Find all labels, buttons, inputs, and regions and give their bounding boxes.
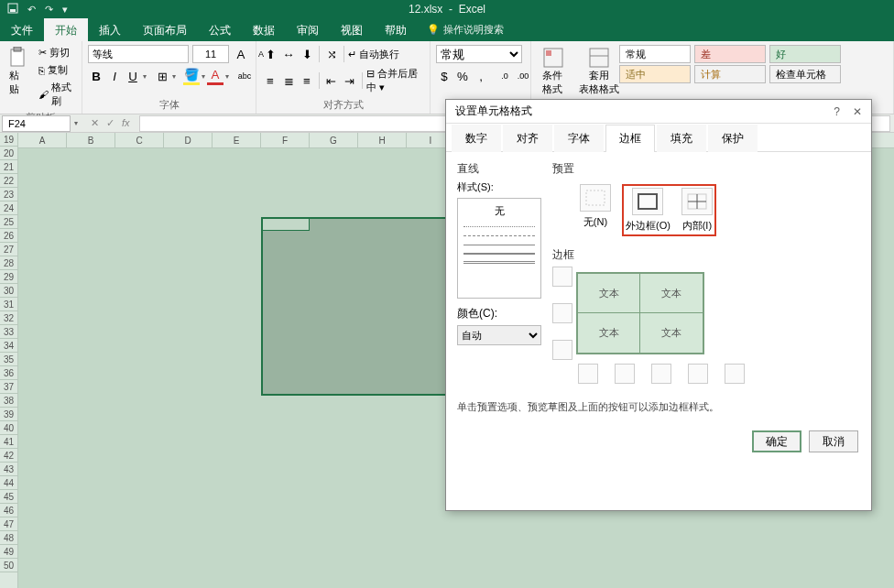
border-vmiddle-button[interactable] (651, 364, 671, 384)
close-icon[interactable]: ✕ (853, 105, 862, 118)
style-normal[interactable]: 常规 (619, 45, 691, 63)
border-top-button[interactable] (552, 267, 572, 287)
row-header[interactable]: 28 (0, 256, 17, 270)
undo-icon[interactable]: ↶ (27, 4, 36, 16)
row-header[interactable]: 27 (0, 243, 17, 256)
row-header[interactable]: 20 (0, 147, 17, 160)
ok-button[interactable]: 确定 (752, 430, 801, 452)
underline-button[interactable]: U (125, 67, 141, 85)
row-header[interactable]: 48 (0, 531, 17, 545)
help-icon[interactable]: ? (834, 105, 840, 118)
column-header[interactable]: A (18, 133, 67, 147)
row-header[interactable]: 41 (0, 435, 17, 449)
align-top-icon[interactable]: ⬆ (262, 45, 278, 63)
row-header[interactable]: 34 (0, 339, 17, 353)
dialog-tab-number[interactable]: 数字 (452, 125, 501, 152)
decrease-indent-icon[interactable]: ⇤ (323, 71, 340, 90)
merge-center-button[interactable]: ⊟ 合并后居中 ▾ (366, 67, 424, 94)
number-format-select[interactable]: 常规 (436, 45, 522, 63)
copy-button[interactable]: ⎘复制 (37, 62, 76, 78)
tab-view[interactable]: 视图 (330, 18, 374, 41)
tab-formula[interactable]: 公式 (198, 18, 242, 41)
row-header[interactable]: 36 (0, 366, 17, 380)
tab-data[interactable]: 数据 (242, 18, 286, 41)
dialog-tab-fill[interactable]: 填充 (657, 125, 706, 152)
border-preview[interactable]: 文本 文本 文本 文本 (576, 272, 704, 354)
column-header[interactable]: B (67, 133, 115, 147)
row-header[interactable]: 46 (0, 504, 17, 517)
font-color-button[interactable]: A (207, 67, 224, 85)
decrease-decimal-icon[interactable]: .00 (515, 67, 531, 85)
tab-layout[interactable]: 页面布局 (132, 18, 198, 41)
wrap-text-button[interactable]: ↵ 自动换行 (348, 48, 399, 61)
align-middle-icon[interactable]: ↔ (280, 45, 297, 63)
dialog-tab-protect[interactable]: 保护 (708, 125, 758, 152)
dialog-tab-border[interactable]: 边框 (605, 125, 655, 152)
bold-button[interactable]: B (88, 67, 104, 85)
tab-review[interactable]: 审阅 (286, 18, 330, 41)
column-header[interactable]: F (261, 133, 310, 147)
cut-button[interactable]: ✂剪切 (37, 45, 76, 60)
tab-insert[interactable]: 插入 (88, 18, 132, 41)
style-bad[interactable]: 差 (694, 45, 766, 63)
tell-me[interactable]: 💡 操作说明搜索 (418, 18, 513, 41)
border-hmiddle-button[interactable] (552, 303, 572, 323)
row-header[interactable]: 44 (0, 476, 17, 490)
tab-file[interactable]: 文件 (0, 18, 44, 41)
row-header[interactable]: 31 (0, 298, 17, 311)
increase-decimal-icon[interactable]: .0 (496, 67, 513, 85)
row-header[interactable]: 43 (0, 463, 17, 476)
percent-icon[interactable]: % (454, 67, 471, 85)
conditional-format-button[interactable]: 条件格式 (537, 45, 570, 98)
tab-help[interactable]: 帮助 (374, 18, 418, 41)
increase-indent-icon[interactable]: ⇥ (342, 71, 358, 90)
preset-none-button[interactable]: 无(N) (580, 184, 611, 229)
border-button[interactable]: ⊞ (154, 67, 170, 85)
row-header[interactable]: 42 (0, 449, 17, 463)
fx-icon[interactable]: fx (122, 117, 130, 129)
style-good[interactable]: 好 (769, 45, 841, 63)
comma-icon[interactable]: , (473, 67, 489, 85)
row-header[interactable]: 37 (0, 380, 17, 394)
style-calc[interactable]: 计算 (694, 65, 766, 83)
redo-icon[interactable]: ↷ (45, 4, 53, 16)
row-header[interactable]: 25 (0, 215, 17, 229)
row-header[interactable]: 22 (0, 174, 17, 188)
align-bottom-icon[interactable]: ⬇ (299, 45, 315, 63)
align-center-icon[interactable]: ≣ (280, 71, 297, 90)
cancel-button[interactable]: 取消 (809, 430, 858, 452)
paste-button[interactable]: 粘贴 (5, 45, 31, 98)
italic-button[interactable]: I (106, 67, 123, 85)
row-header[interactable]: 38 (0, 394, 17, 408)
tab-home[interactable]: 开始 (44, 18, 88, 41)
column-header[interactable]: E (213, 133, 261, 147)
preset-inside-button[interactable]: 内部(I) (681, 188, 713, 233)
column-header[interactable]: D (164, 133, 213, 147)
column-header[interactable]: G (310, 133, 358, 147)
line-style-picker[interactable]: 无 (457, 198, 541, 299)
row-header[interactable]: 50 (0, 559, 17, 572)
font-size-input[interactable] (192, 45, 229, 63)
phonetic-button[interactable]: abc (236, 67, 253, 85)
column-header[interactable]: H (358, 133, 407, 147)
orientation-icon[interactable]: ⤭ (323, 45, 340, 63)
qat-dropdown-icon[interactable]: ▾ (62, 4, 68, 16)
row-header[interactable]: 40 (0, 421, 17, 435)
increase-font-icon[interactable]: A (233, 45, 249, 63)
currency-icon[interactable]: $ (436, 67, 452, 85)
row-header[interactable]: 19 (0, 133, 17, 147)
row-header[interactable]: 29 (0, 270, 17, 284)
row-header[interactable]: 45 (0, 490, 17, 504)
style-neutral[interactable]: 适中 (619, 65, 691, 83)
enter-formula-icon[interactable]: ✓ (106, 117, 114, 129)
row-header[interactable]: 26 (0, 229, 17, 243)
cancel-formula-icon[interactable]: ✕ (91, 117, 99, 129)
row-header[interactable]: 35 (0, 353, 17, 366)
align-left-icon[interactable]: ≡ (262, 71, 278, 90)
font-name-input[interactable] (88, 45, 189, 63)
dialog-tab-font[interactable]: 字体 (554, 125, 604, 152)
row-header[interactable]: 30 (0, 284, 17, 298)
row-header[interactable]: 32 (0, 311, 17, 325)
row-header[interactable]: 24 (0, 201, 17, 215)
row-header[interactable]: 49 (0, 545, 17, 559)
